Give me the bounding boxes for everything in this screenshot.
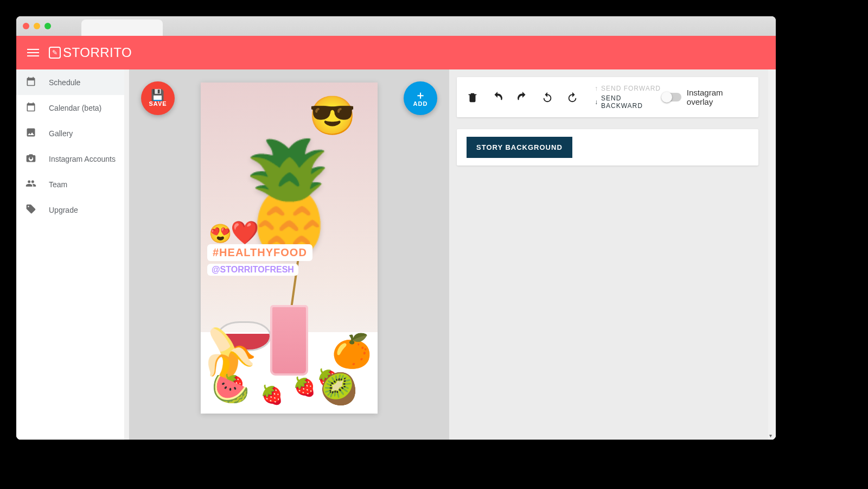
sidebar-item-label: Upgrade [49, 206, 78, 214]
menu-icon[interactable] [27, 49, 39, 56]
team-icon [25, 178, 37, 190]
send-forward-button[interactable]: ↑ SEND FORWARD [595, 85, 662, 92]
close-window-dot[interactable] [23, 23, 29, 29]
send-backward-button[interactable]: ↓ SEND BACKWARD [595, 94, 662, 110]
app-logo[interactable]: ✎ STORRITO [49, 45, 132, 60]
delete-icon[interactable] [467, 91, 478, 103]
raspberry-3: 🍓 [293, 376, 316, 397]
maximize-window-dot[interactable] [44, 23, 51, 29]
undo-icon[interactable] [492, 91, 503, 103]
heart-emoji-sticker[interactable]: ❤️ [231, 219, 259, 246]
main-area: 💾 SAVE ＋ ADD 🍍 🍌 🍊 🍓 🍓 [129, 69, 776, 440]
minimize-window-dot[interactable] [34, 23, 40, 29]
right-panel: ↑ SEND FORWARD ↓ SEND BACKWARD Instagram… [449, 69, 768, 440]
story-background-card: STORY BACKGROUND [457, 129, 758, 166]
save-icon: 💾 [151, 90, 165, 100]
sidebar-item-label: Calendar (beta) [49, 104, 101, 112]
rotate-ccw-icon[interactable] [541, 91, 553, 103]
tag-icon [25, 204, 37, 216]
tool-icons [467, 91, 578, 103]
sidebar-item-label: Team [49, 180, 67, 189]
toolbar-card: ↑ SEND FORWARD ↓ SEND BACKWARD Instagram… [457, 77, 758, 117]
z-order-controls: ↑ SEND FORWARD ↓ SEND BACKWARD [595, 85, 662, 110]
sidebar-item-schedule[interactable]: Schedule [16, 69, 129, 95]
instagram-overlay-toggle-group: Instagram overlay [662, 88, 749, 106]
sidebar-item-instagram-accounts[interactable]: Instagram Accounts [16, 146, 129, 172]
instagram-overlay-switch[interactable] [662, 93, 681, 101]
gallery-icon [25, 127, 37, 139]
sidebar-item-label: Gallery [49, 129, 73, 138]
add-button[interactable]: ＋ ADD [404, 81, 437, 115]
sidebar-item-gallery[interactable]: Gallery [16, 120, 129, 146]
calendar-icon [25, 101, 37, 114]
arrow-up-icon: ↑ [595, 85, 598, 92]
kiwi-emoji-sticker[interactable]: 🥝 [320, 371, 358, 407]
canvas-zone: 💾 SAVE ＋ ADD 🍍 🍌 🍊 🍓 🍓 [129, 69, 449, 440]
main-scrollbar[interactable] [768, 69, 776, 440]
add-button-label: ADD [413, 100, 428, 107]
send-forward-label: SEND FORWARD [601, 85, 661, 92]
sidebar-item-team[interactable]: Team [16, 172, 129, 197]
schedule-icon [25, 76, 37, 88]
orange-image: 🍊 [331, 332, 372, 370]
app-name: STORRITO [63, 45, 132, 60]
camera-icon [25, 153, 37, 165]
sidebar: Schedule Calendar (beta) Gallery Instagr… [16, 69, 129, 440]
app-body: Schedule Calendar (beta) Gallery Instagr… [16, 69, 776, 440]
sidebar-item-upgrade[interactable]: Upgrade [16, 197, 129, 223]
logo-icon: ✎ [49, 47, 61, 59]
app-header: ✎ STORRITO [16, 36, 776, 69]
story-canvas[interactable]: 🍍 🍌 🍊 🍓 🍓 🍓 🍓 😎 😍 ❤️ #HEALTHYFOOD @STORR… [201, 82, 378, 414]
window-controls [23, 23, 51, 29]
plus-icon: ＋ [415, 90, 426, 100]
save-button[interactable]: 💾 SAVE [141, 81, 175, 115]
save-button-label: SAVE [149, 100, 167, 107]
hearteyes-emoji-sticker[interactable]: 😍 [209, 223, 232, 244]
raspberry-2: 🍓 [260, 384, 283, 405]
mention-sticker[interactable]: @STORRITOFRESH [207, 264, 298, 276]
browser-chrome-bar [16, 16, 776, 36]
arrow-down-icon: ↓ [595, 98, 598, 106]
sunglasses-emoji-sticker[interactable]: 😎 [309, 93, 356, 138]
send-backward-label: SEND BACKWARD [601, 94, 662, 110]
instagram-overlay-label: Instagram overlay [687, 88, 749, 106]
redo-icon[interactable] [516, 91, 528, 103]
rotate-cw-icon[interactable] [566, 91, 578, 103]
browser-tab[interactable] [81, 20, 163, 36]
watermelon-emoji-sticker[interactable]: 🍉 [212, 371, 250, 407]
smoothie-glass [270, 305, 308, 376]
browser-window: ✎ STORRITO Schedule Calendar (beta) [16, 16, 776, 440]
sidebar-item-label: Schedule [49, 78, 80, 87]
sidebar-item-label: Instagram Accounts [49, 155, 116, 163]
sidebar-scrollbar[interactable] [124, 69, 129, 440]
story-background-button[interactable]: STORY BACKGROUND [467, 137, 572, 158]
sidebar-item-calendar[interactable]: Calendar (beta) [16, 95, 129, 120]
hashtag-sticker[interactable]: #HEALTHYFOOD [207, 244, 312, 261]
